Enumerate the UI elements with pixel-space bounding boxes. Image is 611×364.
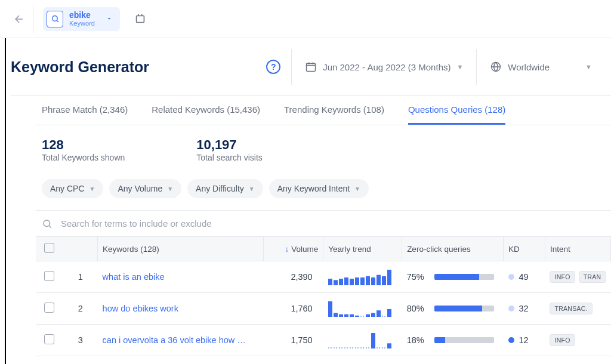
svg-point-4 [44, 220, 50, 227]
tabs: Phrase Match (2,346)Related Keywords (15… [36, 96, 611, 125]
chevron-down-icon [106, 14, 113, 24]
filter-chip[interactable]: Any CPC▼ [42, 179, 103, 198]
chevron-down-icon: ▼ [249, 186, 255, 192]
keyword-sublabel: Keyword [69, 20, 95, 27]
snapshot-icon [134, 13, 147, 26]
svg-rect-22 [355, 316, 359, 317]
svg-rect-17 [328, 301, 332, 317]
col-keywords[interactable]: Keywords (128) [98, 237, 264, 261]
col-zero-click[interactable]: Zero-click queries [402, 237, 504, 261]
tab[interactable]: Phrase Match (2,346) [42, 104, 128, 125]
globe-icon [490, 61, 502, 73]
arrow-left-icon [13, 13, 25, 25]
chevron-down-icon: ▼ [585, 63, 592, 70]
tab[interactable]: Related Keywords (15,436) [152, 104, 260, 125]
svg-rect-6 [334, 280, 338, 285]
keyword-selector-chip[interactable]: ebike Keyword [43, 7, 120, 31]
svg-rect-9 [350, 279, 354, 285]
svg-rect-25 [371, 313, 375, 317]
chevron-down-icon: ▼ [167, 186, 173, 192]
title-bar: Keyword Generator ? Jun 2022 - Aug 2022 … [11, 38, 611, 96]
search-icon [42, 218, 53, 229]
col-trend[interactable]: Yearly trend [323, 237, 402, 261]
keyword-value: ebike [69, 11, 95, 20]
trend-sparkline [328, 269, 394, 285]
stats-row: 128 Total Keywords shown 10,197 Total se… [36, 125, 611, 174]
intent-pill: INFO [550, 271, 575, 283]
table-row: 1 what is an ebike 2,390 75% 49 INFOTRAN [36, 261, 611, 293]
tab[interactable]: Questions Queries (128) [408, 104, 505, 125]
svg-rect-26 [377, 310, 381, 317]
svg-rect-28 [387, 309, 391, 317]
volume-cell: 1,760 [264, 293, 323, 325]
row-index: 4 [63, 356, 98, 365]
svg-rect-8 [344, 277, 348, 285]
svg-point-0 [52, 16, 57, 21]
sort-desc-icon: ↓ [285, 245, 289, 254]
chevron-down-icon: ▼ [90, 186, 95, 192]
filter-chip[interactable]: Any Volume▼ [109, 179, 181, 198]
row-index: 3 [63, 325, 98, 356]
filter-chip[interactable]: Any Difficulty▼ [187, 179, 263, 198]
col-intent[interactable]: Intent [545, 237, 610, 261]
keyword-link[interactable]: how do ebikes work [103, 304, 178, 313]
select-all-checkbox[interactable] [44, 243, 54, 253]
svg-rect-14 [377, 275, 381, 285]
svg-rect-24 [366, 314, 370, 317]
stat-total-keywords: 128 Total Keywords shown [42, 137, 125, 162]
col-kd[interactable]: KD [504, 237, 545, 261]
svg-rect-16 [387, 270, 391, 285]
intent-pill: TRAN [579, 271, 606, 283]
table-row: 4 are 750 watt ebikes legal in canada? 1… [36, 356, 611, 365]
keyword-link[interactable]: can i overvolta a 36 volt ebike how … [103, 335, 246, 345]
region-selector[interactable]: Worldwide ▼ [476, 49, 605, 85]
svg-rect-7 [339, 279, 343, 285]
chevron-down-icon: ▼ [354, 186, 360, 192]
top-toolbar: ebike Keyword [0, 0, 611, 38]
svg-rect-19 [339, 314, 343, 317]
question-icon: ? [271, 62, 276, 72]
table-row: 2 how do ebikes work 1,760 80% 32 TRANSA… [36, 293, 611, 325]
search-icon [47, 11, 63, 27]
date-range-selector[interactable]: Jun 2022 - Aug 2022 (3 Months) ▼ [291, 49, 476, 85]
page-title: Keyword Generator [11, 58, 149, 76]
search-input[interactable] [60, 218, 605, 229]
search-row [36, 211, 611, 236]
col-volume[interactable]: ↓Volume [264, 237, 323, 261]
intent-pill: TRANSAC. [550, 303, 593, 314]
region-label: Worldwide [508, 62, 550, 72]
row-index: 2 [63, 293, 98, 325]
svg-rect-37 [371, 333, 375, 348]
back-button[interactable] [5, 5, 33, 33]
svg-rect-21 [350, 314, 354, 317]
svg-rect-20 [344, 314, 348, 317]
row-checkbox[interactable] [44, 334, 54, 344]
svg-rect-2 [307, 63, 316, 71]
help-button[interactable]: ? [266, 60, 280, 74]
volume-cell: 2,390 [264, 261, 323, 293]
keyword-link[interactable]: what is an ebike [103, 272, 165, 282]
left-rail-indicator [5, 38, 6, 364]
date-range-label: Jun 2022 - Aug 2022 (3 Months) [323, 62, 450, 72]
filter-chip[interactable]: Any Keyword Intent▼ [269, 179, 369, 198]
svg-rect-10 [355, 277, 359, 285]
filters-row: Any CPC▼Any Volume▼Any Difficulty▼Any Ke… [36, 174, 611, 211]
svg-rect-18 [334, 313, 338, 317]
row-checkbox[interactable] [44, 271, 54, 281]
row-index: 1 [63, 261, 98, 293]
keywords-table: Keywords (128) ↓Volume Yearly trend Zero… [36, 236, 611, 364]
trend-sparkline [328, 332, 394, 348]
svg-rect-12 [366, 276, 370, 285]
tab[interactable]: Trending Keywords (108) [284, 104, 384, 125]
svg-rect-1 [136, 16, 144, 22]
svg-rect-11 [360, 277, 365, 285]
volume-cell: 1,560 [264, 356, 323, 365]
volume-cell: 1,750 [264, 325, 323, 356]
svg-rect-15 [382, 276, 386, 285]
snapshot-button[interactable] [131, 10, 150, 29]
row-checkbox[interactable] [44, 303, 54, 313]
calendar-icon [305, 61, 317, 73]
trend-sparkline [328, 300, 394, 317]
stat-total-visits: 10,197 Total search visits [196, 137, 262, 162]
svg-rect-5 [328, 279, 332, 285]
